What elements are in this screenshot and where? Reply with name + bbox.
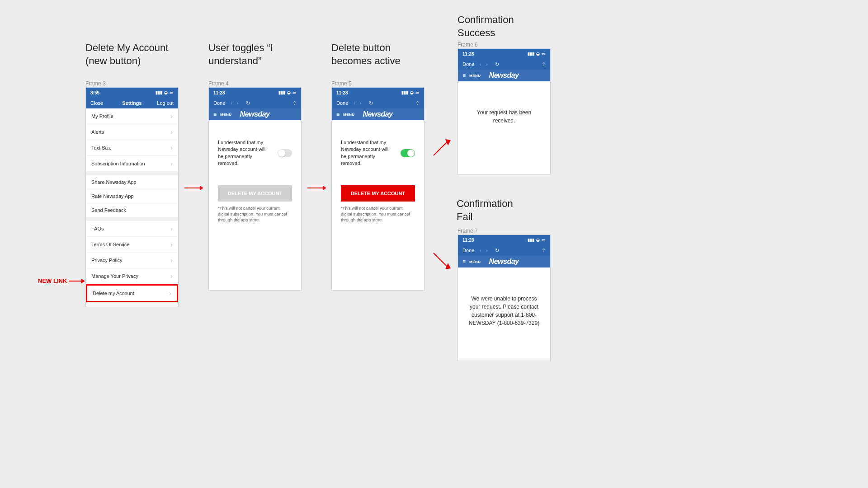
- signal-icon: ▮▮▮: [401, 90, 408, 95]
- signal-icon: ▮▮▮: [528, 238, 534, 242]
- signal-icon: ▮▮▮: [156, 90, 162, 95]
- hamburger-icon[interactable]: ≡: [462, 72, 466, 79]
- status-bar: 11:28 ▮▮▮◒▭: [458, 49, 550, 59]
- frame-label-4: Frame 4: [208, 80, 229, 87]
- row-share-app[interactable]: Share Newsday App: [86, 175, 178, 189]
- battery-icon: ▭: [170, 90, 174, 95]
- refresh-icon[interactable]: ↻: [246, 100, 250, 106]
- row-label: Privacy Policy: [91, 258, 122, 263]
- status-icons: ▮▮▮◒▭: [528, 238, 546, 242]
- back-icon[interactable]: ‹: [480, 248, 481, 253]
- forward-icon[interactable]: ›: [486, 248, 488, 253]
- menu-bar: ≡ MENU Newsday: [209, 108, 301, 120]
- row-my-profile[interactable]: My Profile›: [86, 108, 178, 124]
- wifi-icon: ◒: [410, 90, 414, 95]
- phone-frame-7: 11:28 ▮▮▮◒▭ Done ‹› ↻ ⇧ ≡ MENU Newsday W…: [458, 235, 551, 361]
- svg-marker-3: [200, 186, 203, 190]
- row-terms[interactable]: Terms Of Service›: [86, 237, 178, 253]
- wifi-icon: ◒: [536, 52, 540, 56]
- refresh-icon[interactable]: ↻: [495, 61, 499, 67]
- row-label: Text Size: [91, 145, 112, 150]
- chevron-right-icon: ›: [170, 241, 173, 248]
- row-rate-app[interactable]: Rate Newsday App: [86, 189, 178, 203]
- share-icon[interactable]: ⇧: [542, 248, 546, 253]
- svg-line-8: [434, 253, 447, 267]
- back-icon[interactable]: ‹: [354, 100, 355, 106]
- phone-frame-5: 11:28 ▮▮▮◒▭ Done ‹› ↻ ⇧ ≡ MENU Newsday I…: [331, 87, 425, 291]
- new-link-label: NEW LINK: [38, 277, 67, 284]
- understand-text: I understand that my Newsday account wil…: [218, 139, 272, 167]
- section-gap: [86, 172, 178, 175]
- hamburger-icon[interactable]: ≡: [462, 258, 466, 265]
- row-alerts[interactable]: Alerts›: [86, 124, 178, 140]
- understand-toggle[interactable]: [278, 149, 292, 157]
- done-button[interactable]: Done: [213, 100, 225, 106]
- share-icon[interactable]: ⇧: [292, 100, 297, 106]
- hamburger-icon[interactable]: ≡: [213, 111, 217, 117]
- browser-bar: Done ‹› ↻ ⇧: [332, 98, 424, 108]
- menu-label: MENU: [220, 113, 232, 117]
- menu-label: MENU: [343, 113, 355, 117]
- row-text-size[interactable]: Text Size›: [86, 140, 178, 156]
- status-icons: ▮▮▮◒▭: [401, 90, 420, 95]
- menu-bar: ≡ MENU Newsday: [458, 256, 550, 267]
- delete-account-button[interactable]: DELETE MY ACCOUNT: [341, 185, 415, 202]
- section-gap: [86, 217, 178, 221]
- chevron-right-icon: ›: [170, 144, 173, 151]
- refresh-icon[interactable]: ↻: [495, 248, 499, 253]
- done-button[interactable]: Done: [336, 100, 348, 106]
- done-button[interactable]: Done: [462, 61, 474, 67]
- share-icon[interactable]: ⇧: [415, 100, 420, 106]
- brand-logo: Newsday: [363, 110, 393, 118]
- delete-account-form: I understand that my Newsday account wil…: [209, 120, 301, 233]
- chevron-right-icon: ›: [169, 290, 171, 297]
- wifi-icon: ◒: [536, 238, 540, 242]
- title-frame4: User toggles “I understand”: [208, 42, 273, 67]
- frame-label-7: Frame 7: [458, 228, 478, 234]
- understand-toggle[interactable]: [401, 149, 415, 157]
- phone-frame-4: 11:28 ▮▮▮◒▭ Done ‹› ↻ ⇧ ≡ MENU Newsday I…: [208, 87, 302, 291]
- status-time: 11:28: [462, 238, 474, 243]
- menu-label: MENU: [469, 74, 481, 78]
- title-success: Confirmation Success: [458, 14, 514, 39]
- row-label: My Profile: [91, 113, 113, 119]
- chevron-right-icon: ›: [170, 128, 173, 136]
- forward-icon[interactable]: ›: [486, 61, 488, 67]
- row-faqs[interactable]: FAQs›: [86, 221, 178, 237]
- row-label: FAQs: [91, 226, 104, 231]
- forward-icon[interactable]: ›: [237, 100, 239, 106]
- delete-account-button: DELETE MY ACCOUNT: [218, 185, 292, 202]
- fail-message: We were unable to process your request. …: [458, 267, 550, 327]
- forward-icon[interactable]: ›: [360, 100, 362, 106]
- hamburger-icon[interactable]: ≡: [336, 111, 340, 117]
- new-link-arrow-icon: [69, 277, 85, 285]
- arrow-4to5-icon: [307, 184, 326, 192]
- row-send-feedback[interactable]: Send Feedback: [86, 203, 178, 217]
- close-button[interactable]: Close: [90, 100, 118, 106]
- frame-label-6: Frame 6: [458, 42, 478, 48]
- refresh-icon[interactable]: ↻: [369, 100, 373, 106]
- row-subscription[interactable]: Subscription Information›: [86, 156, 178, 172]
- svg-marker-5: [323, 186, 326, 190]
- done-button[interactable]: Done: [462, 248, 474, 253]
- row-label: Send Feedback: [91, 207, 126, 213]
- row-privacy-policy[interactable]: Privacy Policy›: [86, 253, 178, 268]
- battery-icon: ▭: [542, 52, 546, 56]
- title-fail: Confirmation Fail: [457, 197, 513, 223]
- brand-logo: Newsday: [489, 258, 519, 266]
- arrow-5to6-icon: [432, 138, 451, 157]
- signal-icon: ▮▮▮: [278, 90, 285, 95]
- row-delete-account[interactable]: Delete my Account›: [86, 284, 178, 302]
- signal-icon: ▮▮▮: [528, 52, 534, 56]
- logout-button[interactable]: Log out: [146, 100, 174, 106]
- understand-row: I understand that my Newsday account wil…: [218, 139, 292, 167]
- back-icon[interactable]: ‹: [231, 100, 232, 106]
- browser-bar: Done ‹› ↻ ⇧: [209, 98, 301, 108]
- back-icon[interactable]: ‹: [480, 61, 481, 67]
- footnote: *This will not cancel your current digit…: [218, 205, 292, 223]
- row-manage-privacy[interactable]: Manage Your Privacy›: [86, 268, 178, 284]
- share-icon[interactable]: ⇧: [542, 61, 546, 67]
- status-bar: 11:28 ▮▮▮◒▭: [332, 88, 424, 98]
- status-time: 11:28: [336, 90, 348, 95]
- understand-text: I understand that my Newsday account wil…: [341, 139, 395, 167]
